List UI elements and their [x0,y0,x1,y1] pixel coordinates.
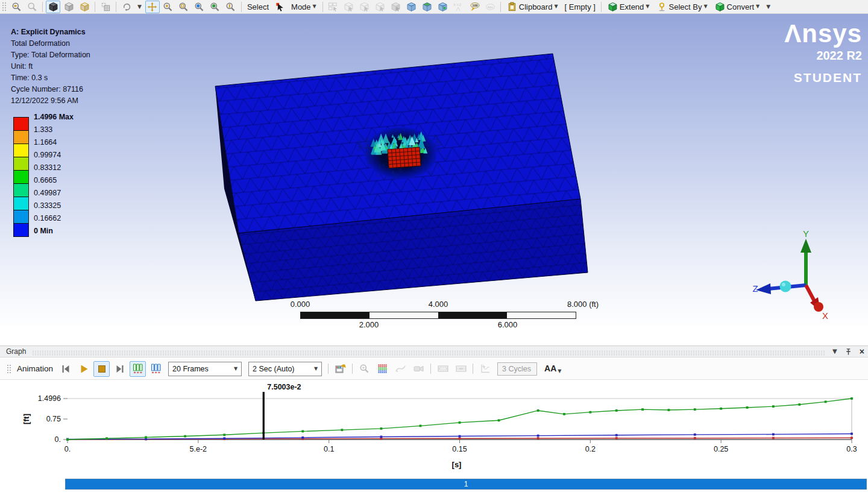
animation-toolbar: Animation20 Frames▼2 Sec (Auto)▼avi3 Cyc… [0,358,868,380]
zoom-all-button[interactable] [208,1,222,13]
animation-stop-button[interactable] [93,361,110,377]
main-toolbar: ▼SelectMode▼X.Y.Z100AbcClipboard▼[ Empty… [0,0,868,14]
edge-select-button[interactable] [357,1,372,13]
extend-dropdown[interactable]: Extend▼ [605,1,653,13]
select-by-dropdown[interactable]: Select By▼ [654,1,711,13]
element-face-select-button[interactable] [420,1,435,13]
font-size-button[interactable]: AA▼ [541,364,564,374]
legend-label: 0.16662 [34,214,100,222]
deformation-chart[interactable]: 1.49960.750.0.5.e-20.10.150.20.250.3[ft]… [0,380,868,459]
toolbar-separator [473,364,473,374]
zoom-to-fit-button[interactable] [192,1,207,13]
toolbar-separator [500,2,501,12]
legend-label: 0.49987 [34,189,100,197]
film2-icon: avi [455,363,467,374]
body-select-button[interactable] [389,1,403,13]
magnifier-window-button[interactable] [224,1,238,13]
svg-text:[ft]: [ft] [22,414,31,424]
shaded-exterior-edges-button[interactable] [46,1,60,13]
camera-button[interactable] [410,361,427,377]
ruler-label-0: 0.000 [291,300,310,309]
film-export-button[interactable]: avi [453,361,469,377]
timeline-bar[interactable]: 1 [65,479,867,490]
vertex-select-button[interactable] [342,1,356,13]
convert-cube-icon [715,2,725,12]
panel-drag-handle[interactable] [32,350,825,355]
svg-text:5.e-2: 5.e-2 [190,445,207,453]
select-mode-cursor-button[interactable] [272,1,287,13]
toolbar-separator [241,2,242,12]
zoom-previous-view-button[interactable] [9,1,24,13]
toolbar-grip[interactable] [7,364,11,374]
zoom-next-view-button[interactable] [25,1,39,13]
cursor-red-icon [275,2,285,12]
cube-wire-icon [80,2,90,12]
wireframe-button[interactable] [77,1,92,13]
ansys-brand: Λnsys [784,20,862,48]
face-select-button[interactable] [373,1,388,13]
series-maximum-deformation [68,399,852,440]
duration-select[interactable]: 2 Sec (Auto)▼ [248,362,322,376]
graph-panel-header: Graph ▼ × [0,345,868,358]
mode-dropdown[interactable]: Mode▼ [288,1,319,13]
clipboard-dropdown[interactable]: Clipboard▼ [504,1,561,13]
toolbar-grip[interactable] [2,2,6,11]
animation-last-frame-button[interactable] [112,361,128,377]
node-select-button[interactable] [404,1,419,13]
show-mesh-button[interactable] [98,1,113,13]
panel-pin-icon[interactable] [841,348,856,356]
chevron-down-icon: ▼ [314,367,318,371]
film-strip-button[interactable] [435,361,451,377]
chevron-down-icon: ▼ [234,367,237,371]
toolbar-separator [352,364,353,374]
svg-text:1.4996: 1.4996 [38,394,61,403]
zoom-in-button[interactable] [161,1,175,13]
panel-close-icon[interactable]: × [856,347,868,356]
frames-select[interactable]: 20 Frames▼ [168,362,242,376]
svg-text:0.: 0. [55,435,61,444]
stop-icon [96,364,107,374]
animation-first-frame-button[interactable] [57,361,74,377]
svg-text:0.3: 0.3 [846,445,857,453]
rgb-grid-icon [377,363,388,374]
select-adjacent-faces-button[interactable] [326,1,341,13]
shaded-exterior-button[interactable] [61,1,76,13]
legend-label: 1.333 [34,125,100,134]
pan-button[interactable] [145,1,160,13]
magnifier-box-icon [178,2,189,12]
convert-dropdown[interactable]: Convert▼ [712,1,763,13]
chevron-down-icon: ▼ [703,4,707,9]
coordinate-triad[interactable]: Y Z X [750,231,841,324]
export-video-button[interactable] [332,361,348,377]
element-select-button[interactable] [436,1,450,13]
box-zoom-button[interactable] [177,1,191,13]
result-checkpoints-button[interactable] [374,361,391,377]
trace-curve-button[interactable] [392,361,409,377]
animation-play-button[interactable] [75,361,92,377]
coordinates-xyz-button[interactable]: X.Y.Z [451,1,466,13]
extend-box-icon [608,2,618,12]
select-label: Select [245,2,271,11]
label-abc-button[interactable]: Abc [483,1,497,13]
legend-color-band [13,223,29,237]
chevron-down-icon: ▼ [558,369,561,374]
mesh-model[interactable] [0,14,868,345]
columns-green-icon [132,363,143,374]
cycles-chart-button[interactable] [477,361,493,377]
toolbar-overflow-caret[interactable]: ▼ [764,4,773,10]
rotate-button[interactable] [119,1,134,13]
rotate-options-caret[interactable]: ▼ [135,4,144,10]
cycles-input[interactable]: 3 Cycles [497,362,537,376]
units-tag-button[interactable]: 100 [467,1,482,13]
result-sets-button[interactable] [130,361,146,377]
viewport-3d[interactable]: A: Explicit Dynamics Total DeformationTy… [0,14,868,345]
legend-color-band [13,143,29,157]
clipboard-dropdown-label: Clipboard [519,2,553,11]
legend-label: 0.33325 [34,201,100,210]
abc-icon: Abc [485,2,495,12]
panel-menu-caret-icon[interactable]: ▼ [829,348,841,355]
distributed-frames-button[interactable] [148,361,164,377]
zoom-graph-button[interactable] [356,361,373,377]
magnifier-globe-green-icon [210,2,220,12]
annotation-line-3: Time: 0.3 s [11,72,90,84]
